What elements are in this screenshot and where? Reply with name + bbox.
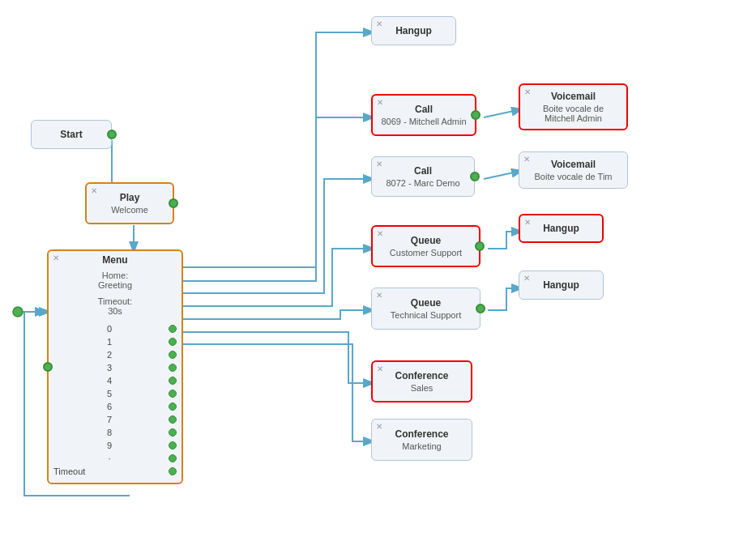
menu-row-1: 1 [49,335,182,348]
call2-close-icon[interactable]: ✕ [376,160,382,168]
conf2-node[interactable]: ✕ Conference Marketing [371,419,472,461]
queue1-close-icon[interactable]: ✕ [377,229,383,238]
call1-close-icon[interactable]: ✕ [377,98,383,107]
hangup1-close-icon[interactable]: ✕ [376,19,382,28]
menu-title: Menu [49,251,182,269]
voicemail2-node[interactable]: ✕ Voicemail Boite vocale de Tim [519,151,628,189]
hangup3-close-icon[interactable]: ✕ [523,274,530,283]
play-out-dot [169,198,178,208]
play-node[interactable]: ✕ Play Welcome [85,182,174,224]
queue1-out-dot [475,241,485,251]
conf2-close-icon[interactable]: ✕ [376,422,382,431]
menu-row-6: 6 [49,400,182,413]
voicemail1-close-icon[interactable]: ✕ [524,87,531,96]
menu-row-3-dot [169,364,177,372]
menu-row-timeout-label: Timeout [53,466,85,476]
menu-row-4: 4 [49,374,182,387]
menu-row-5: 5 [49,387,182,400]
play-sub: Welcome [111,205,148,215]
conf2-sub: Marketing [402,441,441,451]
hangup1-title: Hangup [395,25,432,36]
start-label: Start [60,129,82,140]
menu-row-4-dot [169,377,177,385]
start-out-dot [107,130,117,139]
queue1-node[interactable]: ✕ Queue Customer Support [371,225,481,267]
menu-home-label: Home:Greeting [49,269,182,292]
voicemail1-title: Voicemail [551,91,596,102]
menu-close-icon[interactable]: ✕ [53,253,59,262]
hangup3-title: Hangup [543,279,579,291]
voicemail2-sub: Boite vocale de Tim [535,172,613,181]
menu-row-2: 2 [49,348,182,361]
menu-row-timeout: Timeout [49,465,182,478]
menu-row-1-dot [169,338,177,346]
menu-row-timeout-dot [169,467,177,475]
play-title: Play [120,192,140,203]
call1-out-dot [471,110,481,120]
call2-node[interactable]: ✕ Call 8072 - Marc Demo [371,156,475,197]
hangup1-node[interactable]: ✕ Hangup [371,16,456,45]
queue2-title: Queue [411,297,441,309]
menu-row-9-dot [169,441,177,449]
menu-row-0: 0 [49,322,182,335]
voicemail1-node[interactable]: ✕ Voicemail Boite vocale de Mitchell Adm… [519,83,628,130]
voicemail1-sub: Boite vocale de Mitchell Admin [543,104,604,123]
conf1-close-icon[interactable]: ✕ [377,364,383,373]
queue2-out-dot [476,304,485,313]
hangup2-node[interactable]: ✕ Hangup [519,214,604,243]
hangup2-close-icon[interactable]: ✕ [524,218,531,227]
hangup2-title: Hangup [543,223,579,234]
call2-out-dot [470,172,480,181]
menu-row-5-dot [169,390,177,398]
menu-row-3: 3 [49,361,182,374]
queue1-sub: Customer Support [390,248,462,258]
menu-in-dot [43,362,53,372]
voicemail2-close-icon[interactable]: ✕ [523,155,530,164]
conf1-title: Conference [395,370,448,381]
menu-row-8-dot [169,428,177,437]
conf1-sub: Sales [411,383,434,393]
queue2-node[interactable]: ✕ Queue Technical Support [371,288,481,330]
menu-row-dot-dot [169,454,177,462]
menu-row-8: 8 [49,426,182,439]
call1-sub: 8069 - Mitchell Admin [381,117,466,126]
menu-row-dot: · [49,452,182,465]
menu-node[interactable]: ✕ Menu Home:Greeting Timeout:30s 0 1 2 3 [47,249,183,484]
voicemail2-title: Voicemail [551,159,596,170]
menu-row-6-dot [169,403,177,411]
conf2-title: Conference [395,428,448,440]
start-node[interactable]: Start [31,120,112,149]
queue2-close-icon[interactable]: ✕ [376,291,382,300]
call2-title: Call [414,165,432,177]
call2-sub: 8072 - Marc Demo [386,178,459,188]
menu-row-0-dot [169,325,177,333]
conf1-node[interactable]: ✕ Conference Sales [371,360,472,403]
play-close-icon[interactable]: ✕ [91,186,97,195]
menu-timeout-label: Timeout:30s [49,295,182,317]
menu-rows: 0 1 2 3 4 5 6 [49,322,182,478]
menu-row-2-dot [169,351,177,359]
menu-row-9: 9 [49,439,182,452]
menu-row-7: 7 [49,413,182,426]
svg-point-1 [13,307,23,317]
queue2-sub: Technical Support [391,310,461,320]
hangup3-node[interactable]: ✕ Hangup [519,270,604,300]
call1-title: Call [415,104,433,115]
menu-row-7-dot [169,415,177,424]
flow-canvas: Start ✕ Play Welcome ✕ Hangup ✕ Call 806… [0,0,756,541]
call1-node[interactable]: ✕ Call 8069 - Mitchell Admin [371,94,476,136]
queue1-title: Queue [411,235,441,246]
